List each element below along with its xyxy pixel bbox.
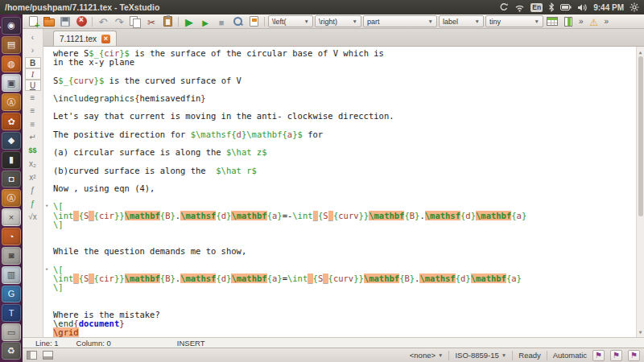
syntax-warning-button[interactable] <box>587 15 601 28</box>
side-panel-toggle-icon[interactable] <box>27 351 37 360</box>
new-file-button[interactable] <box>26 15 40 28</box>
right-delimiter-combo[interactable]: \right)▼ <box>315 15 361 27</box>
launcher-gray-app[interactable]: ◘ <box>2 171 21 188</box>
scroll-up-icon[interactable]: ▲ <box>637 47 644 56</box>
launcher-texstudio[interactable]: ◉ <box>2 17 21 35</box>
vertical-scrollbar[interactable]: ▲ ▼ <box>636 47 644 337</box>
code-line[interactable] <box>53 257 633 265</box>
scrollbar-thumb[interactable] <box>638 56 643 216</box>
code-line[interactable]: \int_{S_{cir}}\mathbf{B}.\mathsf{d}\math… <box>53 212 633 220</box>
bookmarks-panel-icon[interactable]: ⚑ <box>592 350 605 361</box>
code-line[interactable]: where S$_{cir}$ is the surface of the ci… <box>53 49 633 58</box>
code-line[interactable]: Let's say that current is moving in the … <box>53 112 633 121</box>
code-line[interactable]: \includegraphics{hemisavedfin} <box>53 94 633 103</box>
launcher-document-viewer[interactable]: ▥ <box>2 266 21 284</box>
paste-button[interactable] <box>160 15 175 28</box>
launcher-firefox[interactable]: ◍ <box>2 56 21 73</box>
code-line[interactable]: \] <box>53 220 633 229</box>
subscript-button[interactable]: x₂ <box>25 158 41 171</box>
table-wizard-button[interactable] <box>545 15 559 28</box>
redo-button[interactable] <box>112 15 126 28</box>
find-button[interactable] <box>230 15 245 28</box>
code-line[interactable]: Where is the mistake? <box>53 311 633 319</box>
tab-current[interactable]: 7.1121.tex × <box>53 31 117 46</box>
server-combo[interactable]: <none> ▼ <box>410 351 444 360</box>
launcher-dark-blue-app[interactable]: ◆ <box>2 132 21 150</box>
editor[interactable]: where S$_{cir}$ is the surface of the ci… <box>43 47 644 337</box>
stop-button[interactable] <box>214 15 229 28</box>
build-and-view-button[interactable] <box>182 15 196 28</box>
wifi-icon[interactable] <box>514 3 525 12</box>
italic-button[interactable]: I <box>25 68 41 80</box>
log-panel-icon[interactable]: ⚑ <box>610 350 622 361</box>
launcher-file-manager[interactable]: ▤ <box>2 36 21 54</box>
fold-marker-icon[interactable]: ▾ <box>45 203 48 210</box>
keyboard-layout-indicator[interactable]: En <box>530 3 543 12</box>
tab-close-icon[interactable]: × <box>101 35 110 43</box>
save-file-button[interactable] <box>58 15 72 28</box>
code-line[interactable]: Now , using eqn (4), <box>53 184 633 193</box>
bluetooth-icon[interactable] <box>548 2 555 12</box>
code-line[interactable]: The positive direction for $\mathsf{d}\m… <box>53 130 633 139</box>
superscript-button[interactable]: x² <box>25 171 41 184</box>
code-line[interactable]: S$_{curv}$ is the curved surface of V <box>53 76 633 85</box>
toolbar-overflow-button[interactable]: » <box>577 17 585 26</box>
session-menu-gear-icon[interactable] <box>630 2 639 12</box>
sectioning-combo[interactable]: part▼ <box>363 15 437 27</box>
launcher-disks[interactable]: ▭ <box>2 323 21 341</box>
sqrt-button[interactable]: √x <box>25 211 41 224</box>
line-break-button[interactable]: ↵ <box>25 131 41 145</box>
launcher-software-center[interactable]: Ⓐ <box>2 93 21 111</box>
toolbar-overflow-button[interactable]: » <box>603 17 611 26</box>
code-line[interactable]: in the x-y plane <box>53 58 633 67</box>
scroll-down-icon[interactable]: ▼ <box>637 327 644 336</box>
launcher-gummi[interactable]: G <box>2 286 21 303</box>
code-line[interactable] <box>53 193 633 202</box>
launcher-libreoffice-impress[interactable]: ◔ <box>2 228 21 245</box>
left-delimiter-combo[interactable]: \left(▼ <box>268 15 313 27</box>
code-line[interactable]: \int_{S_{cir}}\mathbf{B}.\mathsf{d}\math… <box>53 274 633 283</box>
view-button[interactable] <box>198 15 213 28</box>
launcher-xournal[interactable]: × <box>2 208 21 226</box>
language-mode[interactable]: Automatic <box>553 351 587 360</box>
back-button[interactable]: ‹ <box>25 31 41 44</box>
copy-button[interactable] <box>128 15 142 28</box>
clock[interactable]: 9:44 PM <box>593 3 624 12</box>
align-center-button[interactable]: ≡ <box>25 105 41 118</box>
code-line[interactable]: \] <box>53 283 633 292</box>
launcher-software-store[interactable]: Ⓐ <box>2 189 21 207</box>
code-line[interactable]: While the question demands me to show, <box>53 247 633 256</box>
launcher-screenshot-tool[interactable]: ◙ <box>2 247 21 265</box>
cut-button[interactable] <box>144 15 159 28</box>
battery-icon[interactable] <box>560 3 572 11</box>
font-size-combo[interactable]: tiny▼ <box>485 15 543 27</box>
preview-panel-icon[interactable]: ⚑ <box>628 350 640 361</box>
sync-icon[interactable] <box>499 2 509 12</box>
launcher-trash[interactable]: ♻ <box>2 342 21 360</box>
code-line[interactable]: \grid <box>53 328 633 337</box>
launcher-orange-swirl-app[interactable]: ✿ <box>2 113 21 130</box>
launcher-libreoffice-writer[interactable]: ▣ <box>2 74 21 92</box>
code-line[interactable] <box>53 292 633 301</box>
bottom-panel-toggle-icon[interactable] <box>43 351 53 360</box>
volume-icon[interactable] <box>577 3 588 12</box>
code-line[interactable]: (b)curved surface is along the $\hat r$ <box>53 167 633 175</box>
align-right-button[interactable]: ≡ <box>25 117 41 131</box>
forward-button[interactable]: › <box>25 44 41 58</box>
code-line[interactable]: \end{document} <box>53 319 633 328</box>
frac-button[interactable]: ƒ <box>25 184 41 198</box>
fold-marker-icon[interactable]: ▾ <box>45 266 48 274</box>
references-combo[interactable]: label▼ <box>439 15 484 27</box>
launcher-latex-editor[interactable]: T <box>2 304 21 322</box>
launcher-terminal[interactable]: ▮ <box>2 151 21 169</box>
undo-button[interactable] <box>96 15 110 28</box>
bold-button[interactable]: B <box>25 57 41 68</box>
inline-math-button[interactable]: $$ <box>25 144 41 158</box>
code-line[interactable]: (a) circular surface is along the $\hat … <box>53 148 633 157</box>
tabular-wizard-button[interactable] <box>561 15 576 28</box>
code-line[interactable] <box>53 229 633 238</box>
align-left-button[interactable]: ≡ <box>25 91 41 105</box>
log-report-button[interactable] <box>246 15 261 28</box>
open-file-button[interactable] <box>42 15 56 28</box>
underline-button[interactable]: U <box>25 80 41 91</box>
